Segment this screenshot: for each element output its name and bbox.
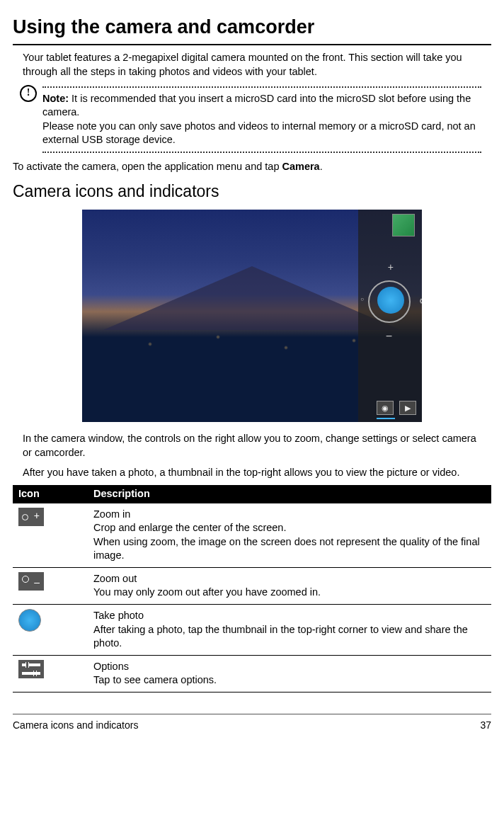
camera-controls-panel: + ○ ⚙ − ◉ ▶ (358, 210, 422, 422)
table-row: Zoom in Crop and enlarge the center of t… (13, 503, 491, 568)
note-box: ! Note: It is recommended that you inser… (42, 86, 481, 153)
activate-suffix: . (320, 161, 323, 172)
zoom-in-icon (18, 508, 44, 526)
table-row: Zoom out You may only zoom out after you… (13, 567, 491, 604)
row-title: Options (93, 660, 486, 674)
row-title: Zoom out (93, 572, 486, 586)
footer-page-number: 37 (480, 719, 491, 732)
controls-paragraph: In the camera window, the controls on th… (23, 432, 481, 460)
row-line: Crop and enlarge the center of the scree… (93, 521, 486, 535)
camera-screenshot: + ○ ⚙ − ◉ ▶ (82, 210, 422, 422)
row-line: When using zoom, the image on the screen… (93, 535, 486, 563)
zoom-out-icon[interactable]: − (386, 329, 392, 344)
row-title: Zoom in (93, 508, 486, 522)
mountain-silhouette (103, 266, 401, 330)
page-footer: Camera icons and indicators 37 (13, 714, 491, 732)
activate-prefix: To activate the camera, open the applica… (13, 161, 282, 172)
zoom-in-icon[interactable]: + (388, 261, 394, 274)
last-photo-thumbnail[interactable] (392, 214, 415, 236)
take-photo-icon (18, 609, 41, 632)
zoom-indicator-icon: ○ (360, 296, 364, 304)
row-line: Tap to see camera options. (93, 673, 486, 688)
mode-indicator (377, 418, 395, 419)
note-body-1: It is recommended that you insert a micr… (42, 93, 471, 118)
row-line: You may only zoom out after you have zoo… (93, 586, 486, 600)
note-label: Note: (42, 93, 69, 104)
camera-mode-icon[interactable]: ◉ (377, 401, 394, 415)
table-row: Options Tap to see camera options. (13, 655, 491, 692)
activate-bold: Camera (282, 161, 319, 172)
thumbnail-paragraph: After you have taken a photo, a thumbnai… (23, 466, 481, 480)
note-line-2: Please note you can only save photos and… (42, 120, 481, 147)
zoom-out-icon (18, 572, 44, 591)
page-title: Using the camera and camcorder (13, 14, 491, 45)
alert-icon: ! (20, 85, 37, 102)
activate-paragraph: To activate the camera, open the applica… (13, 160, 491, 174)
options-icon[interactable]: ⚙ (419, 296, 422, 307)
row-line: After taking a photo, tap the thumbnail … (93, 623, 486, 651)
table-head-icon: Icon (13, 485, 88, 503)
footer-section-name: Camera icons and indicators (13, 719, 138, 732)
icon-table: Icon Description Zoom in Crop and enlarg… (13, 485, 491, 693)
note-line-1: Note: It is recommended that you insert … (42, 92, 481, 120)
options-icon (18, 660, 44, 678)
camcorder-mode-icon[interactable]: ▶ (399, 401, 416, 415)
row-title: Take photo (93, 609, 486, 623)
table-head-desc: Description (88, 485, 491, 503)
table-row: Take photo After taking a photo, tap the… (13, 605, 491, 656)
section-heading: Camera icons and indicators (13, 181, 491, 203)
intro-paragraph: Your tablet features a 2-megapixel digit… (23, 51, 481, 79)
